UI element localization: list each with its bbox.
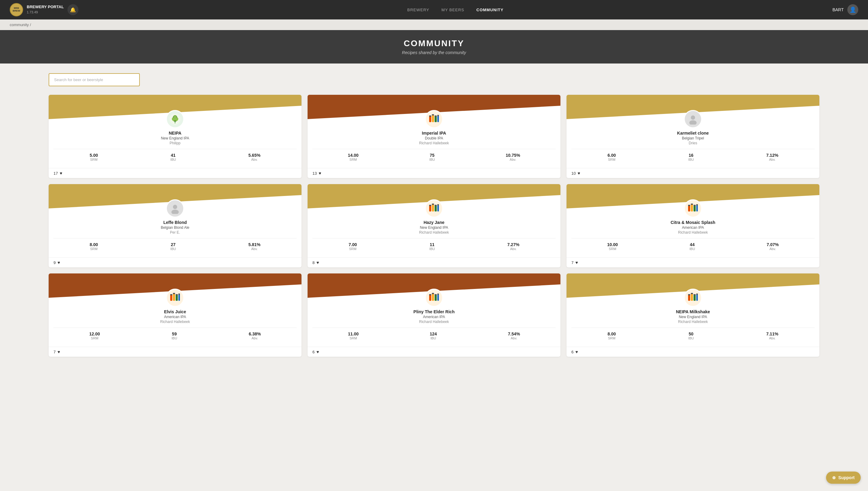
svg-rect-58 (696, 293, 698, 295)
heart-icon[interactable]: ♥ (60, 171, 62, 176)
card-name: Pliny The Elder Rich (312, 309, 556, 314)
like-count: 10 (571, 171, 576, 176)
navbar: MINIBREW BREWERY PORTAL 1.73.49 🔔 BREWER… (0, 0, 868, 20)
svg-rect-19 (429, 205, 431, 211)
stat-ibu: 16 IBU (688, 153, 694, 161)
beer-card-9[interactable]: NEIPA Milkshake New England IPA Richard … (567, 273, 819, 357)
heart-icon[interactable]: ♥ (577, 171, 580, 176)
card-name: Elvis Juice (54, 309, 297, 314)
abv-value: 10.75% (506, 153, 520, 158)
card-footer: 8 ♥ (308, 257, 560, 267)
svg-rect-57 (694, 294, 696, 295)
ibu-label: IBU (171, 158, 176, 161)
stat-ibu: 11 IBU (429, 242, 435, 251)
svg-point-17 (173, 205, 177, 209)
beer-card-3[interactable]: Karmeliet clone Belgian Tripel Dries 6.0… (567, 95, 819, 178)
svg-rect-14 (437, 115, 439, 116)
abv-label: Abv. (507, 247, 519, 251)
beer-card-8[interactable]: Pliny The Elder Rich American IPA Richar… (308, 273, 560, 357)
card-footer: 7 ♥ (49, 347, 301, 357)
svg-rect-49 (435, 294, 437, 295)
svg-rect-25 (435, 205, 437, 206)
card-style: Belgian Tripel (571, 136, 814, 140)
srm-value: 8.00 (90, 242, 98, 247)
stat-abv: 7.07% Abv. (766, 242, 779, 251)
svg-rect-35 (170, 295, 172, 301)
svg-rect-47 (429, 294, 431, 295)
svg-rect-42 (178, 293, 180, 295)
card-style: American IPA (571, 226, 814, 230)
card-stats: 8.00 SRM 50 IBU 7.11% Abv. (571, 327, 814, 340)
card-header (308, 184, 560, 208)
svg-rect-29 (694, 205, 696, 211)
svg-rect-26 (437, 204, 439, 205)
card-style: New England IPA (312, 226, 556, 230)
card-stats: 5.00 SRM 41 IBU 5.65% Abv. (54, 149, 297, 161)
card-avatar (684, 199, 702, 218)
svg-rect-9 (435, 116, 437, 122)
card-footer: 6 ♥ (308, 347, 560, 357)
card-header (567, 95, 819, 119)
card-footer: 10 ♥ (567, 168, 819, 178)
abv-label: Abv. (248, 247, 260, 251)
nav-community[interactable]: COMMUNITY (476, 8, 503, 12)
beer-card-5[interactable]: Hazy Jane New England IPA Richard Halleb… (308, 184, 560, 267)
card-style: American IPA (54, 315, 297, 319)
abv-label: Abv. (766, 336, 778, 340)
beer-card-1[interactable]: NEIPA New England IPA Philipp 5.00 SRM 4… (49, 95, 301, 178)
support-button[interactable]: ⊗ Support (826, 471, 861, 484)
heart-icon[interactable]: ♥ (575, 349, 578, 354)
card-author: Dries (571, 141, 814, 145)
breadcrumb: community / (0, 20, 868, 30)
beer-card-4[interactable]: Leffe Blond Belgian Blond Ale Per E. 8.0… (49, 184, 301, 267)
svg-rect-56 (691, 293, 693, 294)
svg-rect-46 (437, 294, 439, 301)
heart-icon[interactable]: ♥ (316, 260, 319, 265)
svg-rect-36 (173, 293, 175, 301)
like-count: 13 (312, 171, 317, 176)
heart-icon[interactable]: ♥ (316, 349, 319, 354)
search-input[interactable] (49, 73, 140, 86)
beer-card-6[interactable]: Citra & Mosaic Splash American IPA Richa… (567, 184, 819, 267)
heart-icon[interactable]: ♥ (57, 349, 60, 354)
srm-label: SRM (89, 336, 100, 340)
ibu-label: IBU (688, 158, 694, 161)
stat-srm: 14.00 SRM (348, 153, 358, 161)
heart-icon[interactable]: ♥ (319, 171, 321, 176)
stat-ibu: 59 IBU (171, 331, 177, 340)
card-footer: 13 ♥ (308, 168, 560, 178)
beer-card-2[interactable]: Imperial IPA Double IPA Richard Hallebee… (308, 95, 560, 178)
abv-label: Abv. (508, 336, 520, 340)
nav-my-beers[interactable]: MY BEERS (442, 8, 464, 12)
abv-value: 7.54% (508, 331, 520, 336)
ibu-value: 27 (171, 242, 176, 247)
stat-ibu: 44 IBU (689, 242, 695, 251)
svg-rect-21 (435, 205, 437, 211)
support-icon: ⊗ (832, 475, 836, 480)
card-avatar (166, 289, 184, 307)
svg-point-18 (171, 210, 179, 214)
ibu-value: 50 (688, 331, 694, 336)
heart-icon[interactable]: ♥ (57, 260, 60, 265)
user-avatar[interactable]: 👤 (847, 4, 858, 15)
beer-card-7[interactable]: Elvis Juice American IPA Richard Hallebe… (49, 273, 301, 357)
abv-label: Abv. (506, 158, 520, 161)
navbar-right: BART 👤 (833, 4, 858, 15)
nav-brewery[interactable]: BREWERY (407, 8, 429, 12)
notification-bell-button[interactable]: 🔔 (67, 4, 79, 15)
svg-rect-38 (178, 294, 180, 301)
ibu-value: 44 (689, 242, 695, 247)
svg-rect-43 (429, 295, 431, 301)
svg-rect-45 (435, 295, 437, 301)
svg-rect-32 (691, 204, 693, 205)
card-author: Richard Hallebeek (312, 141, 556, 145)
svg-rect-28 (691, 204, 693, 211)
srm-value: 12.00 (89, 331, 100, 336)
svg-rect-24 (432, 204, 434, 205)
cards-grid: NEIPA New England IPA Philipp 5.00 SRM 4… (49, 95, 819, 357)
stat-abv: 7.12% Abv. (766, 153, 778, 161)
card-author: Richard Hallebeek (571, 230, 814, 235)
stat-srm: 10.00 SRM (607, 242, 618, 251)
svg-point-16 (689, 120, 697, 124)
heart-icon[interactable]: ♥ (575, 260, 578, 265)
